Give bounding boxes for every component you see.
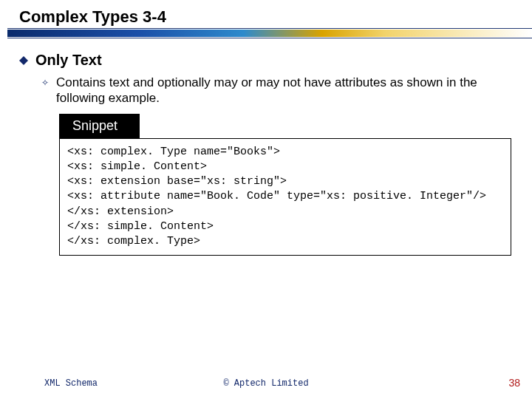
slide: Complex Types 3-4 Only Text ✧ Contains t…: [0, 0, 532, 399]
title-bar: Complex Types 3-4: [0, 0, 532, 40]
diamond-bullet-icon: [19, 56, 28, 65]
diamond-sub-bullet-icon: ✧: [41, 78, 50, 87]
paragraph-text: Contains text and optionally may or may …: [56, 75, 513, 106]
footer: XML Schema © Aptech Limited 38: [0, 374, 532, 389]
svg-marker-0: [19, 56, 28, 65]
page-number: 38: [508, 377, 520, 389]
divider-line: [7, 28, 532, 29]
heading-row: Only Text: [19, 52, 513, 69]
paragraph-row: ✧ Contains text and optionally may or ma…: [41, 75, 513, 106]
code-snippet: <xs: complex. Type name="Books"> <xs: si…: [59, 138, 511, 256]
slide-title: Complex Types 3-4: [19, 7, 166, 27]
slide-body: Only Text ✧ Contains text and optionally…: [19, 52, 513, 256]
snippet-label: Snippet: [59, 114, 140, 138]
header-stripe: [7, 30, 532, 37]
footer-center: © Aptech Limited: [0, 378, 532, 389]
divider-line: [7, 38, 532, 38]
section-heading: Only Text: [35, 52, 102, 69]
